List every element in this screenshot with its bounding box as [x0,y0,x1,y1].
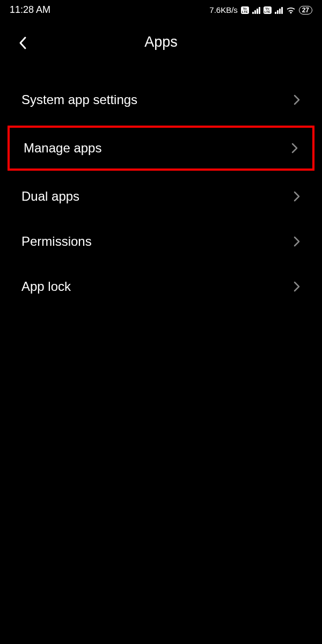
chevron-right-icon [291,142,298,154]
menu-item-label: App lock [21,279,71,294]
back-button[interactable] [16,36,29,49]
status-bar: 11:28 AM 7.6KB/s VoLTE VoLTE 27 [0,0,322,19]
battery-icon: 27 [299,6,312,14]
menu-item-label: System app settings [21,92,137,107]
signal-icon [252,6,260,14]
volte-icon: VoLTE [241,6,249,14]
network-speed: 7.6KB/s [209,5,238,14]
page-header: Apps [0,19,322,67]
page-title: Apps [144,34,178,50]
menu-item-manage-apps[interactable]: Manage apps [8,126,314,171]
menu-item-label: Dual apps [21,189,79,204]
chevron-right-icon [293,94,301,106]
wifi-icon [286,6,296,14]
chevron-right-icon [293,236,301,247]
menu-item-permissions[interactable]: Permissions [0,219,322,264]
chevron-right-icon [293,281,301,292]
chevron-right-icon [293,191,301,202]
menu-item-system-app-settings[interactable]: System app settings [0,77,322,122]
menu-item-label: Manage apps [24,141,101,156]
status-time: 11:28 AM [10,4,50,16]
signal-icon [275,6,283,14]
volte-icon: VoLTE [264,6,272,14]
menu-item-app-lock[interactable]: App lock [0,264,322,309]
menu-list: System app settings Manage apps Dual app… [0,67,322,320]
menu-item-label: Permissions [21,234,92,249]
chevron-left-icon [18,36,27,50]
menu-item-dual-apps[interactable]: Dual apps [0,174,322,219]
status-indicators: 7.6KB/s VoLTE VoLTE 27 [209,5,312,14]
